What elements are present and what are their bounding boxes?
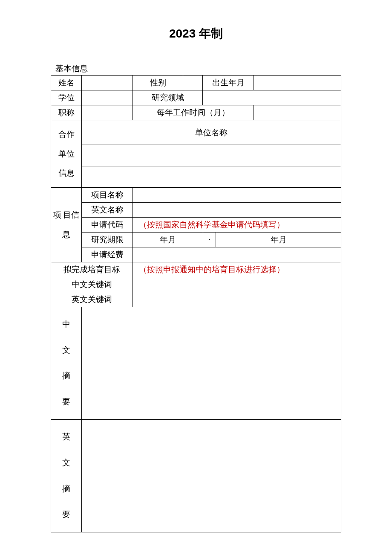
label-proj-name-en: 英文名称 [82, 202, 133, 217]
project-info-table: 项 目信息 项目名称 英文名称 申请代码 （按照国家自然科学基金申请代码填写） … [51, 187, 341, 262]
label-birth: 出生年月 [203, 76, 254, 90]
row-proj-name: 项 目信息 项目名称 [51, 187, 341, 202]
goal-keywords-table: 拟完成培育目标 （按照申报通知中的培育目标进行选择） 中文关键词 英文关键词 [51, 262, 341, 307]
label-gender: 性别 [133, 76, 183, 90]
field-research-field[interactable] [203, 90, 341, 105]
row-title-months: 职称 每年工作时间（月） [51, 105, 341, 120]
field-work-months[interactable] [254, 105, 341, 120]
row-partner-unit-line3 [51, 166, 341, 187]
row-abs-cn: 中文摘要 [51, 307, 341, 419]
field-abstract-en[interactable] [82, 419, 341, 532]
field-proj-name-en[interactable] [133, 202, 341, 217]
label-period: 研究期限 [82, 232, 133, 247]
row-partner-unit-line1: 合作单位信息 单位名称 [51, 120, 341, 145]
row-goal: 拟完成培育目标 （按照申报通知中的培育目标进行选择） [51, 262, 341, 277]
label-research-field: 研究领域 [133, 90, 203, 105]
label-kw-cn: 中文关键词 [51, 277, 133, 292]
field-unit-line2[interactable] [82, 145, 341, 166]
row-name-gender-birth: 姓名 性别 出生年月 [51, 76, 341, 90]
label-partner-unit-info: 合作单位信息 [51, 120, 82, 188]
hint-goal: （按照申报通知中的培育目标进行选择） [133, 262, 341, 277]
page-title: 2023 年制 [0, 26, 392, 42]
label-project-info: 项 目信息 [51, 187, 82, 262]
field-kw-cn[interactable] [133, 277, 341, 292]
field-birth[interactable] [254, 76, 341, 90]
field-degree[interactable] [82, 90, 133, 105]
section-basic-info-label: 基本信息 [55, 63, 392, 74]
field-job-title[interactable] [82, 105, 133, 120]
field-funds[interactable] [133, 247, 341, 262]
row-app-code: 申请代码 （按照国家自然科学基金申请代码填写） [51, 217, 341, 232]
label-unit-name: 单位名称 [82, 120, 341, 145]
label-abstract-cn: 中文摘要 [51, 307, 82, 419]
label-name: 姓名 [51, 76, 82, 90]
label-period-sep: · [203, 232, 216, 247]
row-partner-unit-line2 [51, 145, 341, 166]
row-abs-en: 英文摘要 [51, 419, 341, 532]
label-funds: 申请经费 [82, 247, 133, 262]
field-period-to[interactable]: 年月 [216, 232, 341, 247]
label-app-code: 申请代码 [82, 217, 133, 232]
row-period: 研究期限 年月 · 年月 [51, 232, 341, 247]
row-degree-field: 学位 研究领域 [51, 90, 341, 105]
label-abstract-en: 英文摘要 [51, 419, 82, 532]
field-period-from[interactable]: 年月 [133, 232, 203, 247]
label-degree: 学位 [51, 90, 82, 105]
field-proj-name[interactable] [133, 187, 341, 202]
row-proj-name-en: 英文名称 [51, 202, 341, 217]
field-name[interactable] [82, 76, 133, 90]
label-goal: 拟完成培育目标 [51, 262, 133, 277]
label-kw-en: 英文关键词 [51, 292, 133, 307]
basic-info-table: 姓名 性别 出生年月 学位 研究领域 职称 每年工作时间（月） 合作单位信息 单… [51, 75, 341, 188]
field-abstract-cn[interactable] [82, 307, 341, 419]
label-proj-name: 项目名称 [82, 187, 133, 202]
row-funds: 申请经费 [51, 247, 341, 262]
abstract-table: 中文摘要 英文摘要 [51, 307, 341, 532]
label-work-months: 每年工作时间（月） [133, 105, 254, 120]
field-kw-en[interactable] [133, 292, 341, 307]
field-unit-line3[interactable] [82, 166, 341, 187]
hint-app-code: （按照国家自然科学基金申请代码填写） [133, 217, 341, 232]
label-job-title: 职称 [51, 105, 82, 120]
field-gender[interactable] [183, 76, 203, 90]
row-kw-en: 英文关键词 [51, 292, 341, 307]
row-kw-cn: 中文关键词 [51, 277, 341, 292]
